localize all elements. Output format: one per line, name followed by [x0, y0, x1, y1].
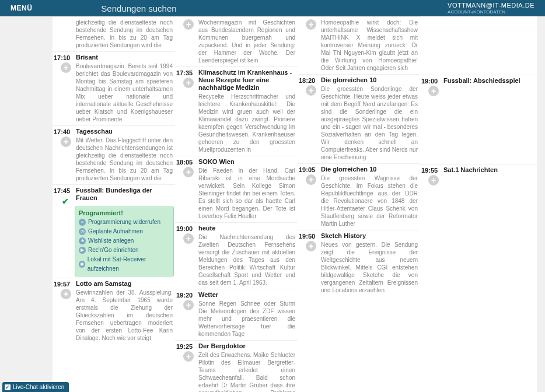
popup-wishlist[interactable]: ★Wishliste anlegen — [79, 236, 170, 246]
popup-scheduled[interactable]: ◷Geplante Aufnahmen — [79, 227, 170, 236]
program-title[interactable]: Der Bergdoktor — [198, 342, 295, 350]
program-desc: Die groessten Sonderlinge der Geschichte… — [321, 85, 418, 161]
program-time: 17:35 — [176, 69, 193, 76]
account-box[interactable]: VOTTMANN@IT-MEDIA.DE ACCOUNT-/KONTODATEN — [442, 1, 545, 15]
program-entry: 19:57 + Lotto am Samstag Gewinnzahlen de… — [53, 278, 175, 344]
program-title[interactable]: Klimaschutz im Krankenhaus - Neue Rezept… — [198, 69, 295, 92]
program-entry: 17:10 + Brisant Boulevardmagazin. Bereit… — [53, 51, 175, 125]
program-time: 17:45 — [54, 187, 70, 194]
checkbox-icon: ✓ — [5, 384, 11, 390]
add-icon[interactable]: + — [183, 300, 194, 310]
add-icon[interactable]: + — [183, 167, 194, 177]
program-desc: Die Nachrichtensendung des Zweiten Deuts… — [198, 233, 295, 286]
program-time: 17:40 — [54, 128, 70, 135]
account-email: VOTTMANN@IT-MEDIA.DE — [448, 2, 534, 9]
program-title[interactable]: Sat.1 Nachrichten — [443, 166, 534, 174]
program-entry: 19:55 + Sat.1 Nachrichten — [420, 164, 537, 177]
program-entry: 19:00 + Fussball: Abschiedsspiel — [420, 75, 537, 88]
program-entry: 17:40 + Tagesschau Mit Wetter. Das Flagg… — [53, 125, 175, 184]
program-entry: 19:00 + heute Die Nachrichtensendung des… — [175, 222, 298, 289]
add-icon[interactable]: + — [306, 241, 316, 251]
program-title[interactable]: Die glorreichen 10 — [321, 166, 418, 173]
program-entry: gleichzeitig die dienstaelteste noch bes… — [53, 16, 175, 51]
popup-local[interactable]: ◉Lokal mit Sat-Receiver aufzeichnen — [79, 255, 170, 274]
program-desc: Mit Wetter. Das Flaggschiff unter den de… — [76, 136, 173, 182]
program-title[interactable]: Die glorreichen 10 — [321, 76, 418, 84]
program-title[interactable]: Fussball: Bundesliga der Frauen — [76, 187, 173, 202]
channel-column-3: + Homoeopathie wirkt doch: Die unterhalt… — [298, 16, 420, 392]
program-entry: 18:05 + SOKO Wien Die Faeden in der Hand… — [175, 156, 298, 222]
program-time: 18:20 — [299, 77, 315, 84]
chat-label: Live-Chat aktivieren — [13, 384, 64, 390]
star-icon: ★ — [79, 237, 86, 244]
search-title: Sendungen suchen — [43, 4, 442, 13]
program-time: 18:05 — [176, 159, 193, 166]
add-icon[interactable]: + — [306, 19, 316, 30]
add-icon[interactable]: + — [183, 233, 194, 244]
program-entry: 17:45 ✔ Fussball: Bundesliga der Frauen — [53, 184, 175, 205]
channel-column-1: gleichzeitig die dienstaelteste noch bes… — [53, 16, 175, 392]
program-desc: Gewinnzahlen der 38. Ausspielung. Am 4. … — [76, 289, 173, 342]
program-time: 19:50 — [299, 233, 315, 240]
popup-item-label: Programmierung widerrufen — [88, 218, 160, 227]
channel-column-2: + Wochenmagazin mit Geschichten aus Bund… — [175, 16, 298, 392]
program-title[interactable]: heute — [198, 225, 295, 232]
revoke-icon: × — [79, 219, 86, 226]
program-title[interactable]: SOKO Wien — [198, 158, 295, 166]
program-title[interactable]: Brisant — [76, 54, 173, 61]
add-icon[interactable]: + — [306, 85, 316, 96]
clock-icon: ◷ — [79, 228, 86, 235]
add-icon[interactable]: + — [428, 86, 439, 96]
add-icon[interactable]: + — [61, 289, 71, 299]
popup-item-label: Wishliste anlegen — [88, 236, 134, 246]
program-desc: Recycelte Herzschrittmacher und leichter… — [198, 93, 295, 153]
program-time: 19:57 — [54, 281, 70, 288]
add-icon[interactable]: + — [183, 19, 194, 30]
rec-icon: ▶ — [79, 247, 86, 254]
program-time: 19:00 — [421, 78, 438, 85]
popup-item-label: Lokal mit Sat-Receiver aufzeichnen — [88, 255, 170, 274]
popup-recngo[interactable]: ▶Rec'n'Go einrichten — [79, 246, 170, 255]
account-sub: ACCOUNT-/KONTODATEN — [448, 9, 534, 15]
channel-column-4: 19:00 + Fussball: Abschiedsspiel 19:55 +… — [420, 16, 537, 392]
program-time: 19:25 — [176, 343, 193, 350]
program-desc: Neues von gestern. Die Sendung zeigt die… — [321, 241, 418, 294]
program-desc: Die groessten Wagnisse der Geschichte. I… — [321, 174, 418, 228]
add-icon[interactable]: + — [61, 62, 71, 73]
program-entry: + Homoeopathie wirkt doch: Die unterhalt… — [298, 16, 420, 74]
program-entry: 19:20 + Wetter Sonne Regen Schnee oder S… — [175, 289, 298, 340]
program-time: 17:10 — [54, 54, 70, 61]
program-desc: gleichzeitig die dienstaelteste noch bes… — [76, 19, 173, 49]
program-desc: Zeit des Erwachens. Maike Schlueter Pilo… — [198, 351, 295, 392]
program-title[interactable]: Sketch History — [321, 232, 418, 240]
check-icon: ✔ — [62, 197, 69, 206]
popup-revoke[interactable]: ×Programmierung widerrufen — [79, 218, 170, 227]
live-chat-toggle[interactable]: ✓ Live-Chat aktivieren — [2, 382, 69, 392]
menu-button[interactable]: MENÜ — [0, 0, 43, 16]
program-desc: Wochenmagazin mit Geschichten aus Bundes… — [198, 19, 295, 64]
add-icon[interactable]: + — [428, 175, 439, 186]
add-icon[interactable]: + — [61, 136, 71, 147]
program-desc: Die Faeden in der Hand. Carl Ribarski is… — [198, 167, 295, 220]
program-entry: 18:20 + Die glorreichen 10 Die groessten… — [298, 74, 420, 163]
sat-icon: ◉ — [79, 261, 85, 268]
popup-item-label: Geplante Aufnahmen — [88, 227, 143, 236]
program-title[interactable]: Fussball: Abschiedsspiel — [443, 77, 534, 85]
content-area: gleichzeitig die dienstaelteste noch bes… — [0, 16, 545, 392]
program-title[interactable]: Wetter — [198, 291, 295, 299]
program-title[interactable]: Lotto am Samstag — [76, 280, 173, 288]
program-time: 19:00 — [176, 225, 193, 232]
add-icon[interactable]: + — [183, 78, 194, 88]
program-entry: 19:05 + Die glorreichen 10 Die groessten… — [298, 163, 420, 230]
add-icon[interactable]: + — [306, 174, 316, 185]
programmed-popup: Programmiert! ×Programmierung widerrufen… — [75, 206, 174, 276]
program-title[interactable]: Tagesschau — [76, 128, 173, 135]
program-entry: 19:25 + Der Bergdoktor Zeit des Erwachen… — [175, 340, 298, 392]
program-entry: + Wochenmagazin mit Geschichten aus Bund… — [175, 16, 298, 66]
program-desc: Homoeopathie wirkt doch: Die unterhaltsa… — [321, 19, 418, 72]
program-time: 19:05 — [299, 166, 315, 173]
add-icon[interactable]: + — [183, 351, 194, 362]
program-time: 19:55 — [421, 167, 438, 174]
header-bar: MENÜ Sendungen suchen VOTTMANN@IT-MEDIA.… — [0, 0, 545, 16]
popup-title: Programmiert! — [79, 209, 170, 216]
